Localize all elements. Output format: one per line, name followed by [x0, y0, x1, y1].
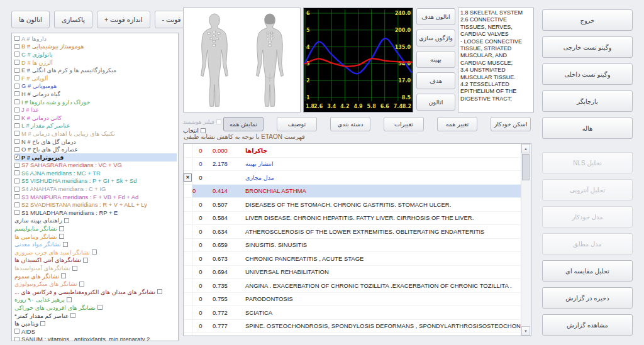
checkbox[interactable]: [40, 321, 45, 326]
body-back-figure[interactable]: [243, 13, 296, 108]
list-item[interactable]: M # تکنیک های زیبایی با اهداف درمانی: [14, 129, 177, 138]
list-item[interactable]: AIDS: [14, 327, 177, 336]
list-item[interactable]: نشانگرهای آمینواسیدها: [14, 264, 177, 272]
checkbox[interactable]: [14, 194, 19, 199]
table-row[interactable]: 02.178انتشار بهینه: [184, 158, 521, 172]
table-row[interactable]: 00.584LIVER DISEASE. CHRONIC HEPATITIS. …: [184, 212, 521, 226]
table-row[interactable]: 00.673CHRONIC PANCREATITIS , ACUTE STAGE: [184, 252, 521, 266]
list-item[interactable]: S3 MANIPURA meridians : F + VB + Fd + Ad: [14, 193, 177, 201]
checkbox[interactable]: [63, 242, 68, 247]
list-item[interactable]: نشانگرهای آنتی اکسیدان ها: [14, 256, 177, 265]
list-item[interactable]: F # آلوپاتی: [14, 74, 177, 82]
table-row[interactable]: ×0مدل مجاری: [184, 171, 521, 185]
table-row[interactable]: 00.777RAYNAUD'S DISEASE: [184, 333, 521, 336]
reprinter-button[interactable]: بازچاپگر: [542, 90, 633, 112]
list-item[interactable]: B # هوموستاز بیوشیمیایی: [14, 43, 177, 51]
checkbox[interactable]: [59, 234, 64, 239]
save-to-report-button[interactable]: ذخیره در گزارش: [542, 287, 633, 309]
list-item[interactable]: پرهیز غذایی ۹۰ روزه: [14, 296, 177, 304]
checkbox[interactable]: [79, 282, 84, 287]
list-item[interactable]: G # هومیوپاتی: [14, 82, 177, 90]
checkbox[interactable]: [14, 115, 19, 120]
table-row[interactable]: 00.507DISEASES OF THE STOMACH. CHRONIC G…: [184, 198, 521, 212]
list-item[interactable]: O # عصاره گل های باخ: [14, 145, 177, 153]
checkbox[interactable]: [14, 60, 19, 65]
checkbox[interactable]: [70, 313, 75, 318]
list-item[interactable]: N # درمان گل های باخ: [14, 138, 177, 146]
list-item[interactable]: S7 SAHASRARA meridians : VC + VG: [14, 162, 177, 170]
table-row[interactable]: 00.634ATHEROSCLEROSIS OF THE LOWER EXTRE…: [184, 225, 521, 239]
checkbox[interactable]: [14, 84, 19, 89]
list-item[interactable]: نشانگر های میدان های الکترومغناطیسی و فر…: [14, 288, 177, 296]
checkbox[interactable]: [14, 202, 19, 207]
checkbox[interactable]: [14, 75, 19, 80]
list-item[interactable]: E # میکروارگانیسم ها و کرم های انگلی: [14, 66, 177, 74]
list-item[interactable]: C # پاتولوژی: [14, 50, 177, 58]
target-etalon-button[interactable]: اتالون هدف: [416, 8, 455, 25]
list-item[interactable]: نشانگر ویتامین ها: [14, 233, 177, 241]
list-item[interactable]: H # گیاه درمانی: [14, 90, 177, 98]
aura-button[interactable]: هاله: [542, 118, 633, 139]
invert-button[interactable]: واژگون سازی: [416, 30, 455, 47]
checkbox[interactable]: [14, 337, 19, 341]
list-item[interactable]: A # داروها: [14, 35, 177, 43]
checkbox[interactable]: [14, 52, 19, 57]
categorize-button[interactable]: دسته بندی: [330, 117, 370, 131]
checkbox[interactable]: [64, 218, 69, 223]
vegetotest-internal-button[interactable]: وگیتو تست داخلی: [542, 63, 633, 85]
checkbox[interactable]: [14, 139, 19, 144]
list-item[interactable]: S4 ANAHATA meridians : C + IG: [14, 185, 177, 193]
target-button[interactable]: هدف: [416, 72, 455, 89]
checkbox[interactable]: [14, 210, 19, 215]
list-item[interactable]: ✓P # فیزیوتراپی: [14, 153, 177, 162]
list-item[interactable]: S6 AJNA meridians : MC + TR: [14, 169, 177, 177]
results-table[interactable]: 00.000چاکراها02.178انتشار بهینه×0مدل مجا…: [183, 143, 531, 336]
spectrum-chart[interactable]: 654321240.0200.0135.054.017.08.51.82.63.…: [303, 8, 413, 112]
checkbox[interactable]: [59, 226, 64, 231]
view-report-button[interactable]: مشاهده گزارش: [542, 314, 633, 336]
checkbox[interactable]: [14, 329, 19, 334]
scroll-down-icon[interactable]: ▼: [521, 326, 530, 336]
checkbox[interactable]: [97, 305, 103, 310]
table-scrollbar[interactable]: ▲ ▼: [521, 144, 531, 336]
list-item[interactable]: راهنمای بهینه سازی: [14, 217, 177, 225]
font-size-increase-button[interactable]: اندازه فونت +: [97, 11, 150, 28]
exit-button[interactable]: خروج: [542, 9, 633, 31]
smart-filter-checkbox[interactable]: [216, 119, 221, 124]
list-item[interactable]: ویتامین ها: [14, 319, 177, 327]
checkbox[interactable]: [14, 99, 19, 104]
list-item[interactable]: K # کانی درمانی: [14, 114, 177, 122]
list-item[interactable]: نشانگر های میکروبیولوژی: [14, 280, 177, 288]
list-item[interactable]: نشانگر متابولیسم: [14, 224, 177, 233]
checkbox[interactable]: [92, 249, 97, 255]
nls-analysis-button[interactable]: تحلیل NLS: [542, 152, 633, 173]
auto-model-button[interactable]: مدل خودکار: [542, 206, 633, 227]
checkbox[interactable]: [157, 289, 162, 294]
checkbox[interactable]: [14, 68, 19, 73]
list-item[interactable]: S5 VISHUDHA meridians : P + GI + Sk + Sd: [14, 177, 177, 185]
list-item[interactable]: نشانگر مواد معدنی: [14, 240, 177, 248]
checkbox[interactable]: [14, 170, 19, 175]
list-item[interactable]: نشانگر های افزودنی های خوراکی: [14, 304, 177, 312]
checkbox[interactable]: [14, 107, 19, 112]
change-all-button[interactable]: تغییر همه: [437, 117, 477, 131]
checkbox[interactable]: [61, 273, 66, 278]
vegetotest-external-button[interactable]: وگیتو تست خارجی: [542, 36, 633, 58]
absolute-model-button[interactable]: مدل مطلق: [542, 233, 633, 255]
cleanup-button[interactable]: پاکسازی: [54, 11, 92, 28]
current-row-marker-icon[interactable]: ×: [184, 173, 192, 182]
catalog-list[interactable]: A # داروهاB # هوموستاز بیوشیمیاییC # پات…: [11, 33, 179, 341]
table-row[interactable]: 00.755PARODONTOSIS: [184, 293, 521, 307]
table-row[interactable]: 00.772SCIATICA: [184, 306, 521, 320]
table-row[interactable]: 00.000چاکراها: [184, 144, 521, 158]
list-item[interactable]: نشانگر اسید های چرب ضروری: [14, 248, 177, 256]
table-row[interactable]: 00.694UNIVERSAL REHABILITATION: [184, 266, 521, 280]
checkbox[interactable]: [14, 123, 19, 128]
list-item[interactable]: عناصر کم مقدار کمتر*: [14, 312, 177, 320]
list-item[interactable]: SANUM : vitamins , antioxidants, min.pre…: [14, 336, 177, 341]
checkbox[interactable]: [72, 266, 77, 271]
checkbox[interactable]: [14, 163, 19, 168]
checkbox[interactable]: [14, 36, 19, 41]
list-item[interactable]: L # عناصر کم مقدار: [14, 122, 177, 130]
list-item[interactable]: S1 MULADHARA meridians : RP + E: [14, 209, 177, 217]
